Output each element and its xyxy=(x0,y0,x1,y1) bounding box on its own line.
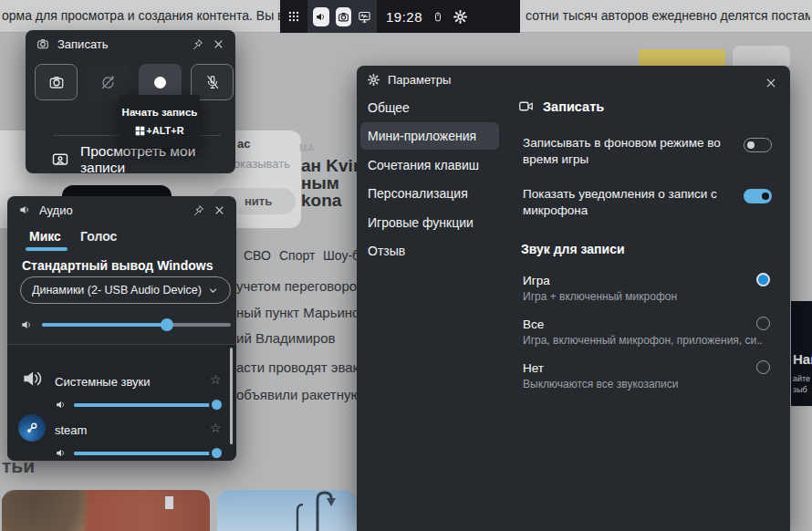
settings-panel: Параметры Общее Мини-приложения Сочетани… xyxy=(357,66,790,531)
speaker-icon xyxy=(18,203,31,216)
view-captures-link[interactable]: Просмотреть мои записи xyxy=(51,143,235,176)
topbar-right-group: 19:28 xyxy=(377,0,520,33)
capture-section-header: Записать xyxy=(518,99,604,114)
widgets-grid-icon xyxy=(287,10,300,23)
radio-all[interactable] xyxy=(756,317,770,330)
capture-panel-header: Записать xyxy=(26,30,235,57)
output-device-label: Стандартный вывод Windows xyxy=(22,258,213,273)
app-name: steam xyxy=(55,423,87,437)
tooltip-shortcut-keys: +ALT+R xyxy=(146,125,183,136)
scrollbar[interactable] xyxy=(230,348,233,444)
settings-panel-header: Параметры xyxy=(357,66,790,93)
thumbnail-window xyxy=(164,495,174,510)
settings-gear-icon[interactable] xyxy=(453,10,467,24)
pin-icon[interactable] xyxy=(193,203,205,216)
toggle-background-recording[interactable] xyxy=(744,138,772,152)
promo-card-title: Най xyxy=(793,351,812,367)
promo-card-line2: зыб xyxy=(793,385,807,394)
background-kicker: МА xyxy=(299,143,315,153)
app-volume-slider[interactable] xyxy=(74,403,217,407)
slider-fill xyxy=(74,403,217,407)
output-device-dropdown[interactable]: Динамики (2- USB Audio Device) xyxy=(20,276,231,304)
speaker-icon xyxy=(55,447,67,459)
gamebar-overlay-screen: орма для просмотра и создания контента. … xyxy=(0,0,812,531)
slider-thumb[interactable] xyxy=(209,397,224,412)
speaker-icon xyxy=(315,11,327,23)
toggle-label-background-recording: Записывать в фоновом режиме во время игр… xyxy=(523,135,753,168)
steam-app-icon xyxy=(18,414,46,442)
close-icon[interactable] xyxy=(213,204,225,216)
star-favorite-icon[interactable]: ☆ xyxy=(210,373,222,386)
background-news-line: асти проводят эвакуа xyxy=(236,359,357,375)
camera-icon xyxy=(338,11,349,23)
background-headline-line3: kona xyxy=(301,192,357,209)
background-nav-link-1: СВО xyxy=(244,248,271,263)
settings-panel-title: Параметры xyxy=(388,73,451,87)
toggle-mic-notifications[interactable] xyxy=(744,189,772,203)
radio-label-all: Все xyxy=(523,318,544,331)
sidebar-item-feedback[interactable]: Отзыв xyxy=(368,244,405,258)
sidebar-item-gaming-features[interactable]: Игровые функции xyxy=(368,215,474,230)
sidebar-item-personalization[interactable]: Персонализация xyxy=(368,186,468,201)
start-recording-tooltip: Начать запись +ALT+R xyxy=(120,95,200,148)
close-icon[interactable] xyxy=(213,38,224,50)
settings-gear-icon xyxy=(368,74,380,86)
background-banner-fragment xyxy=(639,49,725,66)
lamp-post-illustration xyxy=(217,490,357,531)
sidebar-item-shortcuts[interactable]: Сочетания клавиш xyxy=(368,158,479,172)
my-captures-icon xyxy=(51,151,69,169)
app-volume-list: Системные звуки ☆ xyxy=(7,344,236,461)
tooltip-title: Начать запись xyxy=(122,107,198,118)
background-card-fragment xyxy=(733,46,790,66)
radio-label-none: Нет xyxy=(523,361,544,375)
audio-panel-header: Аудио xyxy=(7,196,236,224)
slider-thumb[interactable] xyxy=(161,318,173,331)
background-nav-link-3: Шоу-б xyxy=(323,248,359,263)
windows-key-icon xyxy=(135,126,145,136)
master-volume-slider[interactable] xyxy=(42,323,231,327)
pin-icon[interactable] xyxy=(192,37,204,50)
promo-card-line1: айте xyxy=(793,374,810,383)
system-sounds-icon xyxy=(20,367,44,394)
app-name: Системные звуки xyxy=(55,375,151,389)
capture-widget-button[interactable] xyxy=(336,7,352,26)
widgets-menu-button[interactable] xyxy=(280,0,307,33)
tab-mix[interactable]: Микс xyxy=(29,229,61,244)
toggle-knob xyxy=(747,141,755,149)
audio-widget-button[interactable] xyxy=(313,7,329,26)
star-favorite-icon[interactable]: ☆ xyxy=(210,422,222,434)
record-last-disabled-icon xyxy=(99,74,117,91)
audio-panel: Аудио Микс Голос Стандартный вывод Windo… xyxy=(7,196,236,461)
tab-voice[interactable]: Голос xyxy=(80,229,117,244)
radio-game[interactable] xyxy=(756,273,770,286)
tooltip-shortcut: +ALT+R xyxy=(135,125,183,136)
capture-section-title: Записать xyxy=(543,99,604,114)
background-popup-line1: ас xyxy=(237,137,250,151)
master-volume-row xyxy=(20,318,231,331)
radio-none[interactable] xyxy=(756,360,770,374)
close-icon[interactable] xyxy=(765,77,777,89)
background-news-line: объявили ракетную о xyxy=(236,387,357,402)
camera-icon xyxy=(48,74,65,90)
background-text-right: сотни тысяч авторов ежедневно делятся по… xyxy=(526,8,810,23)
slider-thumb[interactable] xyxy=(209,445,224,461)
clock: 19:28 xyxy=(386,9,422,25)
mic-off-icon xyxy=(204,74,221,90)
background-text-left: орма для просмотра и создания контента. … xyxy=(2,8,317,23)
view-captures-label: Просмотреть мои записи xyxy=(80,143,235,176)
video-camera-icon xyxy=(518,99,534,114)
record-dot-icon xyxy=(154,77,166,88)
active-tab-underline xyxy=(26,247,68,251)
slider-fill xyxy=(42,323,167,327)
mouse-passthrough-icon[interactable] xyxy=(432,10,443,24)
app-volume-slider[interactable] xyxy=(74,452,217,455)
sidebar-item-widgets[interactable]: Мини-приложения xyxy=(368,129,476,143)
background-headline-line1: ан Kvina xyxy=(301,157,357,174)
thumbnail-figure xyxy=(2,490,104,531)
sidebar-item-general[interactable]: Общее xyxy=(368,100,410,115)
screenshot-button[interactable] xyxy=(35,64,78,100)
background-article-thumbnail-left xyxy=(2,490,210,531)
gamebar-topbar: 19:28 xyxy=(280,0,520,33)
background-article-thumbnail-right xyxy=(217,490,357,531)
capture-status-monitor-icon[interactable] xyxy=(358,10,371,24)
